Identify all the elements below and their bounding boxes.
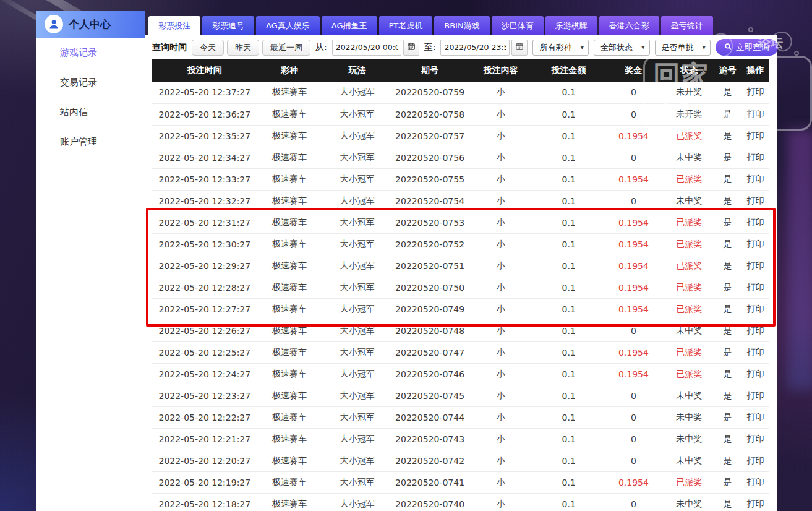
cell-content: 小 <box>467 493 535 511</box>
cell-prize: 0 <box>602 406 664 428</box>
cell-prize: 0.1954 <box>602 298 664 320</box>
table-row: 2022-05-20 12:36:27极速赛车大小冠军20220520-0758… <box>152 103 769 125</box>
chevron-down-icon: ▾ <box>580 43 584 51</box>
from-date-input[interactable] <box>332 40 401 56</box>
to-calendar-button[interactable] <box>511 40 528 56</box>
cell-lottery: 极速赛车 <box>257 168 322 190</box>
tab-7[interactable]: 沙巴体育 <box>492 16 544 35</box>
cell-content: 小 <box>467 103 535 125</box>
cell-prize: 0 <box>602 450 664 471</box>
cell-issue: 20220520-0754 <box>393 190 467 212</box>
tab-3[interactable]: AG真人娱乐 <box>256 16 320 35</box>
from-calendar-button[interactable] <box>403 40 419 56</box>
cell-play: 大小冠军 <box>322 255 393 277</box>
print-button[interactable]: 打印 <box>741 363 769 385</box>
print-button[interactable]: 打印 <box>741 190 769 212</box>
cell-amount: 0.1 <box>535 255 603 277</box>
table-row: 2022-05-20 12:33:27极速赛车大小冠军20220520-0755… <box>152 168 769 190</box>
column-header: 奖金 <box>602 59 664 82</box>
cell-chase: 是 <box>714 168 741 190</box>
query-bar: 查询时间 今天昨天最近一周 从: 至: <box>145 35 777 59</box>
sidebar-item-3[interactable]: 站内信 <box>36 97 145 127</box>
last-week-button[interactable]: 最近一周 <box>262 40 310 56</box>
cell-time: 2022-05-20 12:21:27 <box>152 428 257 450</box>
search-button[interactable]: 立即查询 <box>716 39 778 56</box>
status-select[interactable]: 全部状态▾ <box>594 40 650 56</box>
cell-issue: 20220520-0751 <box>393 255 467 277</box>
print-button[interactable]: 打印 <box>741 82 769 103</box>
cell-amount: 0.1 <box>535 450 603 471</box>
print-button[interactable]: 打印 <box>741 255 769 277</box>
tab-6[interactable]: BBIN游戏 <box>434 16 489 35</box>
cell-prize: 0.1954 <box>602 125 664 147</box>
cell-status: 未中奖 <box>664 385 714 406</box>
from-label: 从: <box>315 42 327 53</box>
chevron-down-icon: ▾ <box>641 43 645 51</box>
print-button[interactable]: 打印 <box>741 341 769 363</box>
cell-issue: 20220520-0740 <box>393 493 467 511</box>
column-header: 玩法 <box>322 59 393 82</box>
tab-4[interactable]: AG捕鱼王 <box>322 16 377 35</box>
cell-prize: 0.1954 <box>602 168 664 190</box>
column-header: 投注金额 <box>535 59 603 82</box>
print-button[interactable]: 打印 <box>741 147 769 168</box>
sidebar-item-2[interactable]: 交易记录 <box>36 67 145 97</box>
print-button[interactable]: 打印 <box>741 212 769 233</box>
cell-play: 大小冠军 <box>322 212 393 233</box>
tab-10[interactable]: 盈亏统计 <box>661 16 713 35</box>
cell-status: 已派奖 <box>664 212 714 233</box>
print-button[interactable]: 打印 <box>741 385 769 406</box>
cell-status: 未中奖 <box>664 320 714 341</box>
print-button[interactable]: 打印 <box>741 277 769 298</box>
cell-chase: 是 <box>714 493 741 511</box>
column-header: 彩种 <box>257 59 322 82</box>
cell-chase: 是 <box>714 385 741 406</box>
sidebar-item-4[interactable]: 账户管理 <box>36 127 145 157</box>
tab-1[interactable]: 彩票投注 <box>148 16 200 35</box>
cell-issue: 20220520-0752 <box>393 233 467 255</box>
print-button[interactable]: 打印 <box>741 233 769 255</box>
to-label: 至: <box>424 42 436 53</box>
tab-9[interactable]: 香港六合彩 <box>599 16 659 35</box>
tab-8[interactable]: 乐游棋牌 <box>545 16 597 35</box>
tab-5[interactable]: PT老虎机 <box>379 16 433 35</box>
cell-lottery: 极速赛车 <box>257 320 322 341</box>
lottery-type-select[interactable]: 所有彩种▾ <box>532 40 589 56</box>
yesterday-button[interactable]: 昨天 <box>227 40 259 56</box>
print-button[interactable]: 打印 <box>741 471 769 493</box>
cell-amount: 0.1 <box>535 82 603 103</box>
cell-amount: 0.1 <box>535 320 603 341</box>
cell-time: 2022-05-20 12:34:27 <box>152 147 257 168</box>
to-date-input[interactable] <box>440 40 510 56</box>
table-row: 2022-05-20 12:28:27极速赛车大小冠军20220520-0750… <box>152 277 769 298</box>
table-row: 2022-05-20 12:34:27极速赛车大小冠军20220520-0756… <box>152 147 769 168</box>
table-row: 2022-05-20 12:25:27极速赛车大小冠军20220520-0747… <box>152 341 769 363</box>
cell-prize: 0 <box>602 190 664 212</box>
today-button[interactable]: 今天 <box>192 40 224 56</box>
cell-time: 2022-05-20 12:37:27 <box>152 82 257 103</box>
calendar-icon <box>515 42 524 53</box>
sidebar-header: 个人中心 <box>36 11 145 38</box>
print-button[interactable]: 打印 <box>741 406 769 428</box>
print-button[interactable]: 打印 <box>741 103 769 125</box>
cell-status: 已派奖 <box>664 125 714 147</box>
cell-chase: 是 <box>714 277 741 298</box>
cell-lottery: 极速赛车 <box>257 363 322 385</box>
sidebar-title: 个人中心 <box>69 17 111 32</box>
cell-issue: 20220520-0748 <box>393 320 467 341</box>
cell-issue: 20220520-0759 <box>393 82 467 103</box>
quick-date-buttons: 今天昨天最近一周 <box>192 40 310 56</box>
print-button[interactable]: 打印 <box>741 320 769 341</box>
print-button[interactable]: 打印 <box>741 298 769 320</box>
print-button[interactable]: 打印 <box>741 450 769 471</box>
print-button[interactable]: 打印 <box>741 493 769 511</box>
single-pick-select[interactable]: 是否单挑▾ <box>655 40 711 56</box>
from-date-group <box>332 40 419 56</box>
cell-chase: 是 <box>714 428 741 450</box>
tab-2[interactable]: 彩票追号 <box>202 16 254 35</box>
print-button[interactable]: 打印 <box>741 428 769 450</box>
sidebar-item-1[interactable]: 游戏记录 <box>36 38 145 67</box>
cell-play: 大小冠军 <box>322 406 393 428</box>
print-button[interactable]: 打印 <box>741 168 769 190</box>
print-button[interactable]: 打印 <box>741 125 769 147</box>
